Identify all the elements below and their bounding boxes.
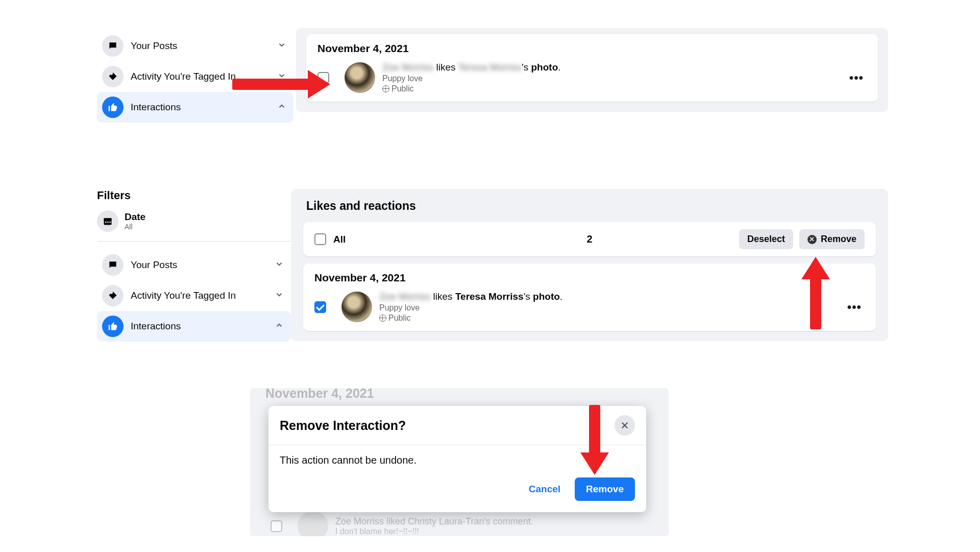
arrow-annotation bbox=[232, 73, 334, 93]
arrow-annotation bbox=[801, 257, 832, 339]
dialog-title: Remove Interaction? bbox=[280, 418, 406, 433]
activity-row: Zoe Morriss likes Teresa Morriss's photo… bbox=[314, 291, 865, 323]
calendar-icon bbox=[97, 210, 118, 232]
date-heading: November 4, 2021 bbox=[317, 42, 867, 55]
dialog-backdrop: November 4, 2021 Zoe Morriss liked Chris… bbox=[250, 388, 669, 536]
svg-rect-2 bbox=[104, 218, 112, 220]
activity-text: Zoe Morriss likes Teresa Morriss's photo… bbox=[382, 62, 561, 93]
remove-button[interactable]: ✕ Remove bbox=[799, 229, 865, 249]
target-name: Teresa Morriss bbox=[458, 62, 522, 73]
activity-subtitle: Puppy love bbox=[379, 303, 562, 313]
avatar bbox=[298, 511, 328, 536]
more-button[interactable]: ••• bbox=[844, 300, 865, 314]
all-label: All bbox=[333, 234, 346, 245]
activity-card: November 4, 2021 Zoe Morriss likes Teres… bbox=[303, 263, 876, 331]
globe-icon bbox=[382, 85, 389, 92]
close-icon[interactable] bbox=[615, 415, 635, 436]
sidebar-item-label: Interactions bbox=[131, 321, 181, 332]
activity-row: Zoe Morriss likes Teresa Morriss's photo… bbox=[317, 62, 867, 93]
selection-count: 2 bbox=[586, 233, 592, 245]
sidebar-item-label: Activity You're Tagged In bbox=[131, 71, 236, 82]
avatar bbox=[345, 62, 375, 93]
bg-date: November 4, 2021 bbox=[250, 388, 669, 401]
sidebar-item-interactions[interactable]: Interactions bbox=[97, 311, 291, 342]
sidebar-item-interactions[interactable]: Interactions bbox=[97, 92, 293, 123]
svg-rect-5 bbox=[109, 222, 111, 223]
globe-icon bbox=[379, 315, 386, 322]
chevron-up-icon bbox=[277, 102, 286, 113]
chevron-down-icon bbox=[275, 259, 284, 271]
filters-heading: Filters bbox=[97, 189, 291, 202]
activity-subtitle: Puppy love bbox=[382, 74, 561, 83]
select-checkbox bbox=[271, 520, 282, 532]
date-filter[interactable]: Date All bbox=[97, 207, 291, 235]
activity-text: Zoe Morriss likes Teresa Morriss's photo… bbox=[379, 291, 562, 323]
avatar bbox=[341, 292, 372, 322]
date-value: All bbox=[125, 223, 145, 231]
thumbs-up-icon bbox=[102, 316, 124, 337]
chevron-up-icon bbox=[275, 321, 284, 332]
deselect-button[interactable]: Deselect bbox=[739, 229, 793, 249]
svg-point-6 bbox=[111, 293, 112, 295]
chat-icon bbox=[102, 35, 124, 57]
thumbs-up-icon bbox=[102, 97, 124, 118]
main-content: November 4, 2021 Zoe Morriss likes Teres… bbox=[296, 28, 888, 112]
main-content: Likes and reactions All 2 Deselect ✕ Rem… bbox=[291, 189, 888, 341]
activity-privacy: Public bbox=[379, 314, 562, 323]
sidebar-item-label: Your Posts bbox=[131, 259, 177, 271]
bg-activity-row: Zoe Morriss liked Christy Laura-Tran's c… bbox=[271, 511, 658, 536]
target-name: Teresa Morriss bbox=[455, 291, 524, 302]
date-heading: November 4, 2021 bbox=[314, 272, 865, 284]
cancel-button[interactable]: Cancel bbox=[521, 477, 569, 501]
chevron-down-icon bbox=[275, 290, 284, 301]
bg-line1: Zoe Morriss liked Christy Laura-Tran's c… bbox=[335, 516, 533, 527]
actor-name: Zoe Morriss bbox=[382, 62, 433, 73]
sidebar-item-label: Interactions bbox=[131, 102, 181, 113]
sidebar-item-label: Activity You're Tagged In bbox=[131, 290, 236, 301]
more-button[interactable]: ••• bbox=[846, 70, 867, 85]
svg-point-0 bbox=[111, 74, 112, 76]
tag-icon bbox=[102, 66, 124, 87]
selection-toolbar: All 2 Deselect ✕ Remove bbox=[303, 222, 876, 256]
chevron-down-icon bbox=[277, 40, 286, 52]
chat-icon bbox=[102, 254, 124, 276]
select-all-checkbox[interactable] bbox=[314, 233, 326, 245]
sidebar-item-label: Your Posts bbox=[131, 40, 177, 52]
sidebar-item-your-posts[interactable]: Your Posts bbox=[97, 31, 293, 61]
arrow-annotation bbox=[580, 405, 611, 482]
section-title: Likes and reactions bbox=[306, 199, 876, 213]
date-label: Date bbox=[125, 211, 145, 223]
select-checkbox[interactable] bbox=[314, 301, 326, 313]
activity-privacy: Public bbox=[382, 84, 561, 93]
divider bbox=[97, 241, 291, 242]
sidebar-item-your-posts[interactable]: Your Posts bbox=[97, 250, 291, 280]
svg-rect-4 bbox=[107, 222, 109, 223]
sidebar-item-tagged[interactable]: Activity You're Tagged In bbox=[97, 280, 291, 311]
sidebar: Filters Date All Your Posts Activity bbox=[97, 189, 291, 342]
remove-x-icon: ✕ bbox=[807, 235, 817, 244]
bg-line2: I don't blame her!~!!~!!! bbox=[335, 527, 533, 536]
tag-icon bbox=[102, 285, 124, 306]
activity-card: November 4, 2021 Zoe Morriss likes Teres… bbox=[306, 34, 878, 102]
actor-name: Zoe Morriss bbox=[379, 291, 430, 302]
svg-rect-3 bbox=[105, 222, 107, 223]
